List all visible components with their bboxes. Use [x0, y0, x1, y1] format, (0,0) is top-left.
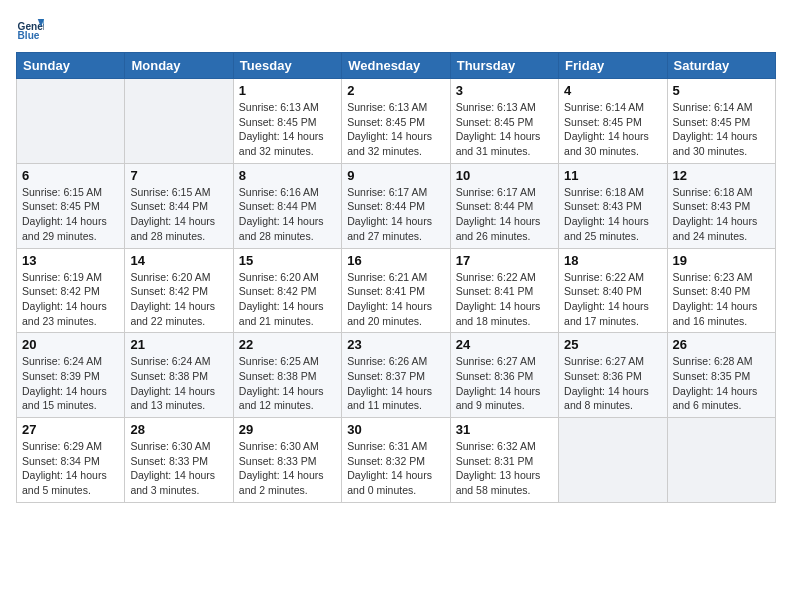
calendar: SundayMondayTuesdayWednesdayThursdayFrid… — [16, 52, 776, 503]
calendar-cell: 12Sunrise: 6:18 AM Sunset: 8:43 PM Dayli… — [667, 163, 775, 248]
day-number: 26 — [673, 337, 770, 352]
day-info: Sunrise: 6:29 AM Sunset: 8:34 PM Dayligh… — [22, 439, 119, 498]
calendar-cell: 20Sunrise: 6:24 AM Sunset: 8:39 PM Dayli… — [17, 333, 125, 418]
calendar-cell: 11Sunrise: 6:18 AM Sunset: 8:43 PM Dayli… — [559, 163, 667, 248]
day-info: Sunrise: 6:13 AM Sunset: 8:45 PM Dayligh… — [456, 100, 553, 159]
logo: General Blue — [16, 16, 48, 44]
calendar-header-sunday: Sunday — [17, 53, 125, 79]
calendar-cell: 1Sunrise: 6:13 AM Sunset: 8:45 PM Daylig… — [233, 79, 341, 164]
calendar-cell: 4Sunrise: 6:14 AM Sunset: 8:45 PM Daylig… — [559, 79, 667, 164]
day-info: Sunrise: 6:17 AM Sunset: 8:44 PM Dayligh… — [456, 185, 553, 244]
calendar-cell — [559, 418, 667, 503]
day-info: Sunrise: 6:13 AM Sunset: 8:45 PM Dayligh… — [239, 100, 336, 159]
day-info: Sunrise: 6:18 AM Sunset: 8:43 PM Dayligh… — [564, 185, 661, 244]
calendar-cell: 5Sunrise: 6:14 AM Sunset: 8:45 PM Daylig… — [667, 79, 775, 164]
day-number: 4 — [564, 83, 661, 98]
day-number: 18 — [564, 253, 661, 268]
calendar-cell: 31Sunrise: 6:32 AM Sunset: 8:31 PM Dayli… — [450, 418, 558, 503]
calendar-cell: 2Sunrise: 6:13 AM Sunset: 8:45 PM Daylig… — [342, 79, 450, 164]
day-number: 14 — [130, 253, 227, 268]
calendar-week-4: 20Sunrise: 6:24 AM Sunset: 8:39 PM Dayli… — [17, 333, 776, 418]
day-info: Sunrise: 6:20 AM Sunset: 8:42 PM Dayligh… — [130, 270, 227, 329]
calendar-cell: 19Sunrise: 6:23 AM Sunset: 8:40 PM Dayli… — [667, 248, 775, 333]
calendar-cell: 8Sunrise: 6:16 AM Sunset: 8:44 PM Daylig… — [233, 163, 341, 248]
calendar-header-friday: Friday — [559, 53, 667, 79]
day-info: Sunrise: 6:27 AM Sunset: 8:36 PM Dayligh… — [564, 354, 661, 413]
day-number: 31 — [456, 422, 553, 437]
day-info: Sunrise: 6:13 AM Sunset: 8:45 PM Dayligh… — [347, 100, 444, 159]
calendar-header-wednesday: Wednesday — [342, 53, 450, 79]
day-info: Sunrise: 6:18 AM Sunset: 8:43 PM Dayligh… — [673, 185, 770, 244]
day-info: Sunrise: 6:28 AM Sunset: 8:35 PM Dayligh… — [673, 354, 770, 413]
day-number: 15 — [239, 253, 336, 268]
day-info: Sunrise: 6:14 AM Sunset: 8:45 PM Dayligh… — [673, 100, 770, 159]
day-info: Sunrise: 6:31 AM Sunset: 8:32 PM Dayligh… — [347, 439, 444, 498]
day-number: 20 — [22, 337, 119, 352]
day-info: Sunrise: 6:15 AM Sunset: 8:45 PM Dayligh… — [22, 185, 119, 244]
calendar-cell — [125, 79, 233, 164]
day-info: Sunrise: 6:19 AM Sunset: 8:42 PM Dayligh… — [22, 270, 119, 329]
day-number: 29 — [239, 422, 336, 437]
calendar-week-5: 27Sunrise: 6:29 AM Sunset: 8:34 PM Dayli… — [17, 418, 776, 503]
day-number: 16 — [347, 253, 444, 268]
day-info: Sunrise: 6:27 AM Sunset: 8:36 PM Dayligh… — [456, 354, 553, 413]
day-number: 10 — [456, 168, 553, 183]
calendar-cell: 10Sunrise: 6:17 AM Sunset: 8:44 PM Dayli… — [450, 163, 558, 248]
calendar-cell: 28Sunrise: 6:30 AM Sunset: 8:33 PM Dayli… — [125, 418, 233, 503]
calendar-cell: 26Sunrise: 6:28 AM Sunset: 8:35 PM Dayli… — [667, 333, 775, 418]
calendar-cell: 25Sunrise: 6:27 AM Sunset: 8:36 PM Dayli… — [559, 333, 667, 418]
day-number: 30 — [347, 422, 444, 437]
day-info: Sunrise: 6:25 AM Sunset: 8:38 PM Dayligh… — [239, 354, 336, 413]
calendar-cell: 13Sunrise: 6:19 AM Sunset: 8:42 PM Dayli… — [17, 248, 125, 333]
day-number: 5 — [673, 83, 770, 98]
svg-text:Blue: Blue — [18, 30, 40, 41]
calendar-cell: 27Sunrise: 6:29 AM Sunset: 8:34 PM Dayli… — [17, 418, 125, 503]
day-number: 3 — [456, 83, 553, 98]
calendar-cell — [667, 418, 775, 503]
day-info: Sunrise: 6:14 AM Sunset: 8:45 PM Dayligh… — [564, 100, 661, 159]
calendar-cell: 9Sunrise: 6:17 AM Sunset: 8:44 PM Daylig… — [342, 163, 450, 248]
calendar-header-row: SundayMondayTuesdayWednesdayThursdayFrid… — [17, 53, 776, 79]
day-number: 22 — [239, 337, 336, 352]
day-number: 8 — [239, 168, 336, 183]
day-info: Sunrise: 6:30 AM Sunset: 8:33 PM Dayligh… — [130, 439, 227, 498]
day-number: 27 — [22, 422, 119, 437]
calendar-cell: 14Sunrise: 6:20 AM Sunset: 8:42 PM Dayli… — [125, 248, 233, 333]
day-info: Sunrise: 6:16 AM Sunset: 8:44 PM Dayligh… — [239, 185, 336, 244]
calendar-cell: 24Sunrise: 6:27 AM Sunset: 8:36 PM Dayli… — [450, 333, 558, 418]
day-info: Sunrise: 6:22 AM Sunset: 8:40 PM Dayligh… — [564, 270, 661, 329]
day-number: 21 — [130, 337, 227, 352]
day-number: 7 — [130, 168, 227, 183]
day-info: Sunrise: 6:17 AM Sunset: 8:44 PM Dayligh… — [347, 185, 444, 244]
logo-icon: General Blue — [16, 16, 44, 44]
day-number: 1 — [239, 83, 336, 98]
day-info: Sunrise: 6:15 AM Sunset: 8:44 PM Dayligh… — [130, 185, 227, 244]
day-info: Sunrise: 6:26 AM Sunset: 8:37 PM Dayligh… — [347, 354, 444, 413]
day-info: Sunrise: 6:20 AM Sunset: 8:42 PM Dayligh… — [239, 270, 336, 329]
day-info: Sunrise: 6:32 AM Sunset: 8:31 PM Dayligh… — [456, 439, 553, 498]
calendar-cell: 30Sunrise: 6:31 AM Sunset: 8:32 PM Dayli… — [342, 418, 450, 503]
page-header: General Blue — [16, 16, 776, 44]
calendar-cell: 21Sunrise: 6:24 AM Sunset: 8:38 PM Dayli… — [125, 333, 233, 418]
day-number: 25 — [564, 337, 661, 352]
day-info: Sunrise: 6:30 AM Sunset: 8:33 PM Dayligh… — [239, 439, 336, 498]
day-number: 6 — [22, 168, 119, 183]
calendar-cell: 6Sunrise: 6:15 AM Sunset: 8:45 PM Daylig… — [17, 163, 125, 248]
day-number: 17 — [456, 253, 553, 268]
day-info: Sunrise: 6:21 AM Sunset: 8:41 PM Dayligh… — [347, 270, 444, 329]
calendar-cell: 17Sunrise: 6:22 AM Sunset: 8:41 PM Dayli… — [450, 248, 558, 333]
calendar-cell: 29Sunrise: 6:30 AM Sunset: 8:33 PM Dayli… — [233, 418, 341, 503]
day-number: 24 — [456, 337, 553, 352]
day-info: Sunrise: 6:22 AM Sunset: 8:41 PM Dayligh… — [456, 270, 553, 329]
calendar-header-monday: Monday — [125, 53, 233, 79]
calendar-cell: 23Sunrise: 6:26 AM Sunset: 8:37 PM Dayli… — [342, 333, 450, 418]
day-number: 9 — [347, 168, 444, 183]
calendar-cell: 16Sunrise: 6:21 AM Sunset: 8:41 PM Dayli… — [342, 248, 450, 333]
day-number: 19 — [673, 253, 770, 268]
day-info: Sunrise: 6:24 AM Sunset: 8:39 PM Dayligh… — [22, 354, 119, 413]
day-number: 23 — [347, 337, 444, 352]
day-number: 13 — [22, 253, 119, 268]
day-info: Sunrise: 6:23 AM Sunset: 8:40 PM Dayligh… — [673, 270, 770, 329]
calendar-cell: 15Sunrise: 6:20 AM Sunset: 8:42 PM Dayli… — [233, 248, 341, 333]
day-number: 2 — [347, 83, 444, 98]
